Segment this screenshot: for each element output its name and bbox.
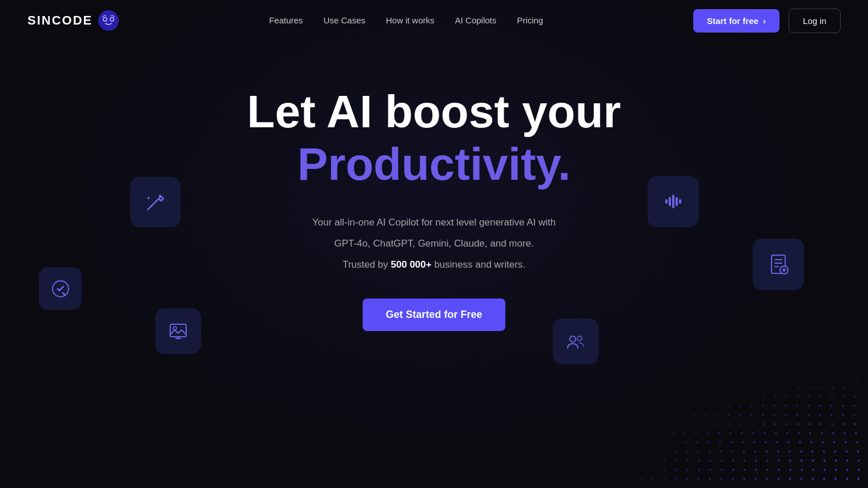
svg-point-107 xyxy=(830,414,833,416)
svg-point-198 xyxy=(641,459,643,462)
svg-point-83 xyxy=(773,405,775,407)
nav-how-it-works[interactable]: How it works xyxy=(386,15,435,25)
svg-point-166 xyxy=(787,441,790,443)
svg-point-93 xyxy=(670,414,673,416)
svg-point-202 xyxy=(686,459,689,462)
svg-point-54 xyxy=(832,386,834,389)
svg-point-155 xyxy=(662,441,664,443)
svg-point-257 xyxy=(789,478,791,480)
svg-point-205 xyxy=(721,459,723,462)
svg-point-109 xyxy=(853,414,855,416)
svg-point-170 xyxy=(833,441,835,443)
svg-point-16 xyxy=(577,336,582,341)
svg-point-126 xyxy=(819,423,822,425)
svg-point-194 xyxy=(857,450,859,453)
svg-rect-11 xyxy=(676,197,678,206)
svg-point-262 xyxy=(846,478,848,480)
nav-features[interactable]: Features xyxy=(269,15,303,25)
svg-point-114 xyxy=(682,423,685,425)
logo-icon xyxy=(98,10,119,31)
svg-point-211 xyxy=(789,459,791,462)
nav-use-cases[interactable]: Use Cases xyxy=(323,15,365,25)
svg-point-225 xyxy=(686,469,689,471)
svg-point-26 xyxy=(822,368,825,370)
svg-point-88 xyxy=(830,405,833,407)
svg-point-222 xyxy=(652,469,654,471)
nav-ai-copilots[interactable]: AI Copilots xyxy=(455,15,497,25)
login-button[interactable]: Log in xyxy=(789,9,841,33)
svg-point-92 xyxy=(659,414,661,416)
svg-point-30 xyxy=(730,377,733,380)
svg-point-201 xyxy=(675,459,677,462)
svg-point-60 xyxy=(717,396,719,398)
svg-point-158 xyxy=(696,441,698,443)
svg-point-74 xyxy=(670,405,673,407)
svg-point-152 xyxy=(628,441,630,443)
svg-point-108 xyxy=(842,414,844,416)
svg-point-75 xyxy=(682,405,684,407)
svg-point-167 xyxy=(799,441,801,443)
svg-point-59 xyxy=(705,396,708,398)
svg-point-23 xyxy=(788,368,790,370)
svg-point-199 xyxy=(652,459,654,462)
svg-point-229 xyxy=(732,469,734,471)
svg-point-58 xyxy=(694,396,696,398)
svg-point-24 xyxy=(799,368,802,370)
svg-point-135 xyxy=(684,432,686,434)
svg-point-200 xyxy=(664,459,666,462)
svg-point-255 xyxy=(766,478,768,480)
svg-point-260 xyxy=(823,478,825,480)
svg-point-253 xyxy=(743,478,745,480)
svg-point-57 xyxy=(682,396,685,398)
svg-point-56 xyxy=(855,386,857,389)
svg-point-73 xyxy=(659,405,661,407)
start-for-free-button[interactable]: Start for free › xyxy=(693,9,779,33)
task-card xyxy=(39,267,82,310)
svg-point-82 xyxy=(762,405,764,407)
svg-point-149 xyxy=(843,432,846,434)
svg-point-37 xyxy=(810,377,813,380)
svg-point-115 xyxy=(694,423,696,425)
logo[interactable]: SINCODE xyxy=(27,10,119,31)
svg-point-251 xyxy=(720,478,722,480)
svg-point-244 xyxy=(640,478,642,480)
svg-point-138 xyxy=(718,432,720,434)
svg-rect-8 xyxy=(665,199,668,204)
svg-point-117 xyxy=(717,423,719,425)
svg-point-52 xyxy=(809,386,811,389)
svg-point-38 xyxy=(822,377,824,380)
get-started-button[interactable]: Get Started for Free xyxy=(363,299,505,331)
svg-point-146 xyxy=(809,432,811,434)
svg-point-17 xyxy=(823,359,826,361)
svg-point-96 xyxy=(705,414,707,416)
svg-point-175 xyxy=(640,450,642,453)
svg-point-120 xyxy=(751,423,753,425)
svg-point-239 xyxy=(846,469,849,471)
svg-point-33 xyxy=(765,377,767,380)
svg-point-53 xyxy=(821,386,823,389)
svg-point-197 xyxy=(629,459,632,462)
svg-point-99 xyxy=(739,414,741,416)
navbar: SINCODE Features Use Cases How it works … xyxy=(0,0,868,41)
svg-point-228 xyxy=(721,469,723,471)
svg-point-157 xyxy=(685,441,687,443)
svg-point-217 xyxy=(858,459,860,462)
svg-point-90 xyxy=(853,405,855,407)
svg-point-70 xyxy=(831,396,833,398)
hero-title-line2: Productivity. xyxy=(298,137,571,192)
svg-point-129 xyxy=(854,423,856,425)
audio-card xyxy=(648,176,699,227)
document-card xyxy=(753,239,804,290)
svg-point-182 xyxy=(720,450,722,453)
nav-pricing[interactable]: Pricing xyxy=(517,15,543,25)
svg-point-148 xyxy=(832,432,834,434)
svg-point-246 xyxy=(663,478,665,480)
chevron-right-icon: › xyxy=(763,16,766,26)
svg-point-21 xyxy=(765,368,767,370)
svg-point-137 xyxy=(706,432,709,434)
svg-point-118 xyxy=(728,423,730,425)
svg-point-132 xyxy=(649,432,652,434)
svg-point-42 xyxy=(695,386,697,389)
svg-point-95 xyxy=(693,414,696,416)
svg-point-173 xyxy=(617,450,620,453)
